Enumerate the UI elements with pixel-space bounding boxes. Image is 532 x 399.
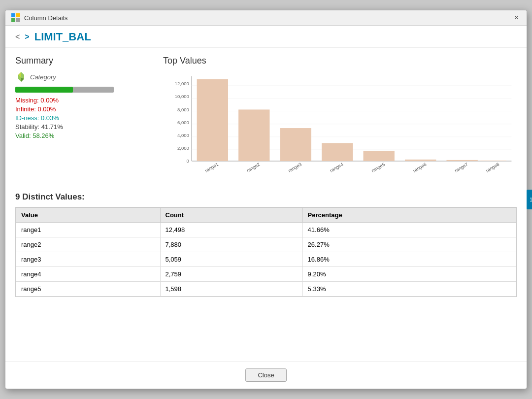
idness-stat: ID-ness: 0.03%: [15, 114, 153, 122]
table-row: range112,49841.66%: [16, 223, 516, 237]
svg-text:12,000: 12,000: [175, 81, 189, 86]
cell-value: range3: [16, 252, 161, 267]
cell-value: range1: [16, 223, 161, 237]
col-header-percentage: Percentage: [302, 208, 516, 223]
table-row: range35,05916.86%: [16, 252, 516, 267]
category-icon: [15, 71, 27, 83]
cell-percentage: 16.86%: [302, 252, 516, 267]
col-header-value: Value: [16, 208, 161, 223]
svg-text:range6: range6: [412, 162, 427, 173]
nav-bar: < > LIMIT_BAL: [5, 26, 527, 48]
cell-count: 12,498: [160, 223, 302, 237]
cell-percentage: 26.27%: [302, 237, 516, 252]
table-header-row: Value Count Percentage: [16, 208, 516, 223]
table-row: range42,7599.20%: [16, 267, 516, 282]
cell-value: range5: [16, 282, 161, 297]
cell-percentage: 41.66%: [302, 223, 516, 237]
svg-text:range2: range2: [245, 162, 261, 173]
values-table-wrapper[interactable]: Value Count Percentage range112,49841.66…: [15, 207, 517, 297]
top-values-title: Top Values: [163, 56, 517, 66]
svg-text:range4: range4: [329, 162, 344, 173]
svg-text:4,000: 4,000: [177, 133, 189, 138]
distinct-values-section: 9 Distinct Values: Value Count Percentag…: [15, 192, 517, 297]
bar-range6: [405, 160, 436, 161]
svg-text:range5: range5: [370, 162, 386, 173]
col-header-count: Count: [160, 208, 302, 223]
category-row: Category: [15, 71, 153, 83]
svg-rect-3: [16, 18, 20, 22]
progress-bar-fill: [15, 87, 73, 93]
bar-range8: [480, 161, 506, 161]
svg-text:range7: range7: [454, 162, 469, 173]
close-button[interactable]: Close: [245, 368, 286, 382]
bar-range5: [364, 151, 395, 161]
cell-count: 7,880: [160, 237, 302, 252]
bar-range7: [446, 160, 477, 161]
content-area: Summary Category Missing: 0.00% Infinite…: [5, 48, 527, 361]
svg-rect-1: [16, 13, 20, 17]
title-bar-close-button[interactable]: ×: [512, 13, 521, 22]
svg-text:6,000: 6,000: [177, 120, 189, 125]
svg-rect-2: [11, 18, 15, 22]
cell-value: range2: [16, 237, 161, 252]
title-bar-left: Column Details: [11, 13, 67, 22]
progress-bar: [15, 87, 114, 93]
column-details-dialog: 1 Column Details × < > LIMIT_BAL Summary: [5, 10, 527, 389]
summary-panel: Summary Category Missing: 0.00% Infinite…: [15, 56, 153, 184]
svg-text:8,000: 8,000: [177, 107, 189, 112]
dialog-title: Column Details: [24, 14, 67, 22]
back-button[interactable]: <: [13, 32, 22, 42]
values-table: Value Count Percentage range112,49841.66…: [16, 207, 516, 297]
infinite-stat: Infinite: 0.00%: [15, 105, 153, 113]
bar-range1: [197, 79, 228, 161]
valid-stat: Valid: 58.26%: [15, 132, 153, 139]
svg-text:10,000: 10,000: [175, 94, 189, 99]
top-values-panel: Top Values 0 2,000 4,000 6,000 8,000 10,…: [153, 56, 517, 184]
svg-text:2,000: 2,000: [177, 145, 189, 151]
cell-percentage: 9.20%: [302, 267, 516, 282]
right-handle[interactable]: 1: [527, 190, 532, 209]
table-row: range27,88026.27%: [16, 237, 516, 252]
svg-text:range3: range3: [287, 162, 302, 173]
title-bar: Column Details ×: [5, 10, 527, 26]
svg-rect-0: [11, 13, 15, 17]
distinct-values-title: 9 Distinct Values:: [15, 192, 517, 202]
bar-range4: [322, 143, 353, 161]
top-section: Summary Category Missing: 0.00% Infinite…: [15, 56, 517, 184]
cell-count: 2,759: [160, 267, 302, 282]
right-handle-label: 1: [530, 197, 532, 202]
cell-count: 5,059: [160, 252, 302, 267]
bar-range2: [238, 109, 269, 161]
category-label: Category: [30, 73, 56, 81]
summary-title: Summary: [15, 56, 153, 66]
column-name-title: LIMIT_BAL: [34, 31, 91, 43]
bar-range3: [280, 128, 311, 161]
forward-chevron[interactable]: >: [25, 33, 29, 41]
svg-text:range1: range1: [204, 162, 219, 173]
svg-text:0: 0: [187, 158, 189, 164]
table-row: range51,5985.33%: [16, 282, 516, 297]
cell-percentage: 5.33%: [302, 282, 516, 297]
svg-text:range8: range8: [485, 162, 500, 173]
app-icon: [11, 13, 20, 22]
cell-value: range4: [16, 267, 161, 282]
cell-count: 1,598: [160, 282, 302, 297]
missing-stat: Missing: 0.00%: [15, 97, 153, 104]
bar-chart-container: 0 2,000 4,000 6,000 8,000 10,000 12,000: [163, 71, 517, 184]
bar-chart: 0 2,000 4,000 6,000 8,000 10,000 12,000: [163, 71, 517, 184]
stability-stat: Stability: 41.71%: [15, 123, 153, 131]
dialog-footer: Close: [5, 361, 527, 389]
